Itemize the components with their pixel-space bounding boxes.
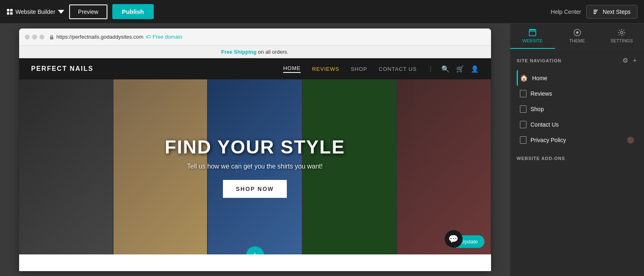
nav-item-contact-us[interactable]: Contact Us xyxy=(517,117,637,132)
brand-icon xyxy=(7,9,13,15)
update-label: Update xyxy=(461,239,478,245)
panel-content: SITE NAVIGATION ⚙ + 🏠 Home Reviews Shop xyxy=(510,49,644,276)
addons-section: WEBSITE ADD-ONS xyxy=(517,156,637,161)
hero-section: ITALIA FIND YOUR STYLE Tell us how we ca… xyxy=(19,79,491,254)
svg-rect-1 xyxy=(10,9,13,11)
nav-item-home-label: Home xyxy=(532,75,634,81)
site-navigation-header: SITE NAVIGATION ⚙ + xyxy=(517,56,637,65)
chevron-down-icon xyxy=(58,9,64,15)
browser-window: https://perfectnails.godaddysites.com 🏷 … xyxy=(19,28,491,271)
site-nav: PERFECT NAILS HOME REVIEWS SHOP CONTACT … xyxy=(19,58,491,79)
nav-shop[interactable]: SHOP xyxy=(351,66,367,72)
nav-item-privacy-policy[interactable]: Privacy Policy 🚫 xyxy=(517,132,637,148)
next-steps-button[interactable]: Next Steps xyxy=(586,5,637,19)
addons-title: WEBSITE ADD-ONS xyxy=(517,156,637,161)
nav-home[interactable]: HOME xyxy=(283,65,301,73)
search-icon[interactable]: 🔍 xyxy=(441,65,450,73)
svg-rect-0 xyxy=(7,9,9,11)
theme-tab-icon xyxy=(573,28,581,37)
nav-item-shop[interactable]: Shop xyxy=(517,101,637,117)
page-icon-contact xyxy=(520,121,526,128)
settings-tab-icon xyxy=(618,28,626,37)
shipping-banner: Free Shipping on all orders. xyxy=(19,46,491,58)
tab-website[interactable]: WEBSITE xyxy=(510,24,555,49)
browser-dot-red xyxy=(25,35,30,39)
chat-icon[interactable]: 💬 xyxy=(445,230,463,248)
next-steps-icon xyxy=(593,9,600,15)
home-icon: 🏠 xyxy=(520,74,528,82)
nav-separator: | xyxy=(430,65,431,72)
panel-tabs: WEBSITE THEME SETTINGS xyxy=(510,24,644,49)
shipping-text: on all orders. xyxy=(258,49,288,55)
nav-item-shop-label: Shop xyxy=(530,106,634,112)
browser-dots xyxy=(25,35,44,39)
shop-now-button[interactable]: SHOP NOW xyxy=(223,180,287,198)
next-steps-label: Next Steps xyxy=(603,9,631,15)
main-area: https://perfectnails.godaddysites.com 🏷 … xyxy=(0,24,644,276)
lock-icon xyxy=(49,35,54,39)
svg-rect-4 xyxy=(594,10,598,11)
shipping-highlight: Free Shipping xyxy=(221,49,257,55)
svg-rect-6 xyxy=(594,13,596,14)
browser-bar: https://perfectnails.godaddysites.com 🏷 … xyxy=(19,28,491,46)
site-content: Free Shipping on all orders. PERFECT NAI… xyxy=(19,46,491,271)
nav-icons: 🔍 🛒 👤 xyxy=(441,65,479,73)
page-icon-privacy xyxy=(520,136,526,144)
svg-rect-2 xyxy=(7,12,9,15)
website-tab-icon xyxy=(528,28,537,37)
hero-subtitle: Tell us how we can get you the shirts yo… xyxy=(187,163,323,170)
publish-button[interactable]: Publish xyxy=(112,4,154,19)
user-icon[interactable]: 👤 xyxy=(471,65,479,73)
nav-filter-button[interactable]: ⚙ xyxy=(622,56,629,65)
nav-item-contact-label: Contact Us xyxy=(530,121,634,128)
site-nav-links: HOME REVIEWS SHOP CONTACT US | xyxy=(283,65,433,73)
svg-point-12 xyxy=(576,31,579,34)
free-domain-badge[interactable]: 🏷 Free domain xyxy=(146,34,182,40)
page-icon-reviews xyxy=(520,90,526,97)
nav-reviews[interactable]: REVIEWS xyxy=(312,66,339,72)
url-text[interactable]: https://perfectnails.godaddysites.com xyxy=(57,34,144,40)
browser-dot-green xyxy=(39,35,44,39)
nav-item-reviews[interactable]: Reviews xyxy=(517,86,637,101)
page-icon-shop xyxy=(520,105,526,113)
right-panel: WEBSITE THEME SETTINGS xyxy=(510,24,644,276)
tab-theme[interactable]: THEME xyxy=(555,24,600,49)
nav-item-home[interactable]: 🏠 Home xyxy=(517,70,637,86)
tab-website-label: WEBSITE xyxy=(522,38,543,43)
nav-section-actions: ⚙ + xyxy=(622,56,637,65)
svg-rect-9 xyxy=(529,31,536,36)
hidden-badge: 🚫 xyxy=(627,136,634,144)
hero-overlay: FIND YOUR STYLE Tell us how we can get y… xyxy=(19,79,491,254)
tab-settings[interactable]: SETTINGS xyxy=(599,24,644,49)
toolbar: Website Builder Preview Publish Help Cen… xyxy=(0,0,644,24)
preview-button[interactable]: Preview xyxy=(69,4,107,19)
brand-button[interactable]: Website Builder xyxy=(7,9,64,15)
canvas-area: https://perfectnails.godaddysites.com 🏷 … xyxy=(0,24,510,276)
nav-item-privacy-label: Privacy Policy xyxy=(530,137,623,143)
site-navigation-title: SITE NAVIGATION xyxy=(517,58,561,63)
browser-url-bar: https://perfectnails.godaddysites.com 🏷 … xyxy=(49,34,182,40)
svg-point-13 xyxy=(620,31,623,34)
svg-rect-5 xyxy=(594,11,597,12)
hero-title: FIND YOUR STYLE xyxy=(165,136,345,158)
svg-rect-7 xyxy=(50,37,53,39)
nav-item-reviews-label: Reviews xyxy=(530,90,634,97)
brand-label: Website Builder xyxy=(15,9,55,15)
tab-theme-label: THEME xyxy=(569,38,585,43)
nav-add-button[interactable]: + xyxy=(632,56,637,65)
svg-rect-3 xyxy=(10,12,13,15)
tab-settings-label: SETTINGS xyxy=(611,38,633,43)
site-logo: PERFECT NAILS xyxy=(31,65,94,72)
nav-contact[interactable]: CONTACT US xyxy=(379,66,417,72)
help-center-link[interactable]: Help Center xyxy=(551,9,581,15)
cart-icon[interactable]: 🛒 xyxy=(456,65,464,73)
browser-dot-yellow xyxy=(32,35,37,39)
